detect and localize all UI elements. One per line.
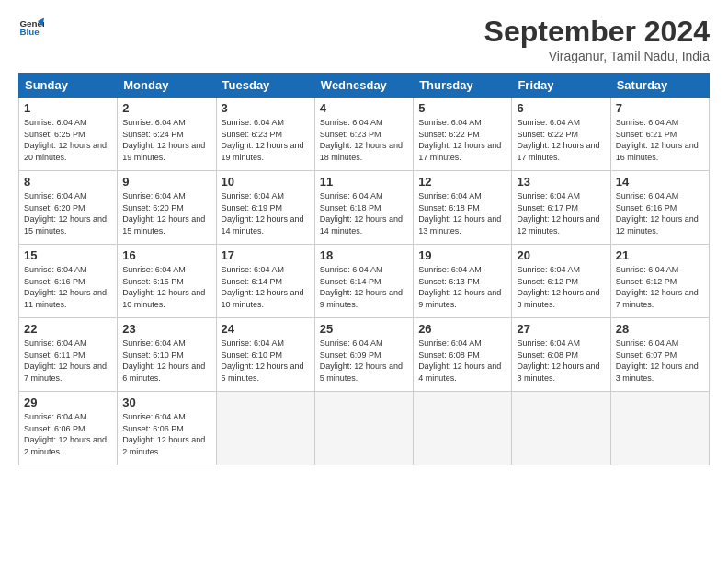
day-number: 25 [320, 322, 408, 336]
calendar-table: Sunday Monday Tuesday Wednesday Thursday… [18, 73, 710, 465]
table-row: 17Sunrise: 6:04 AMSunset: 6:14 PMDayligh… [216, 245, 314, 318]
day-number: 23 [122, 322, 210, 336]
day-number: 27 [517, 322, 605, 336]
table-row: 4Sunrise: 6:04 AMSunset: 6:23 PMDaylight… [314, 98, 413, 171]
col-saturday: Saturday [610, 74, 709, 98]
table-row: 1Sunrise: 6:04 AMSunset: 6:25 PMDaylight… [19, 98, 118, 171]
calendar-row: 22Sunrise: 6:04 AMSunset: 6:11 PMDayligh… [19, 318, 710, 392]
cell-details: Sunrise: 6:04 AMSunset: 6:07 PMDaylight:… [616, 339, 699, 383]
table-row: 5Sunrise: 6:04 AMSunset: 6:22 PMDaylight… [414, 98, 512, 171]
table-row [314, 392, 413, 465]
day-number: 16 [122, 248, 210, 262]
table-row [216, 392, 314, 465]
day-number: 6 [517, 101, 605, 115]
cell-details: Sunrise: 6:04 AMSunset: 6:21 PMDaylight:… [616, 118, 699, 162]
table-row: 25Sunrise: 6:04 AMSunset: 6:09 PMDayligh… [314, 318, 413, 392]
col-thursday: Thursday [414, 74, 512, 98]
table-row: 19Sunrise: 6:04 AMSunset: 6:13 PMDayligh… [414, 245, 512, 318]
day-number: 21 [616, 248, 704, 262]
title-block: September 2024 Viraganur, Tamil Nadu, In… [484, 15, 710, 63]
col-tuesday: Tuesday [216, 74, 314, 98]
day-number: 15 [24, 248, 112, 262]
calendar-header-row: Sunday Monday Tuesday Wednesday Thursday… [19, 74, 710, 98]
table-row: 10Sunrise: 6:04 AMSunset: 6:19 PMDayligh… [216, 171, 314, 245]
table-row: 21Sunrise: 6:04 AMSunset: 6:12 PMDayligh… [610, 245, 709, 318]
day-number: 19 [418, 248, 506, 262]
table-row: 26Sunrise: 6:04 AMSunset: 6:08 PMDayligh… [414, 318, 512, 392]
cell-details: Sunrise: 6:04 AMSunset: 6:09 PMDaylight:… [320, 339, 403, 383]
table-row: 30Sunrise: 6:04 AMSunset: 6:06 PMDayligh… [118, 392, 216, 465]
cell-details: Sunrise: 6:04 AMSunset: 6:25 PMDaylight:… [24, 118, 107, 162]
cell-details: Sunrise: 6:04 AMSunset: 6:16 PMDaylight:… [616, 191, 699, 236]
cell-details: Sunrise: 6:04 AMSunset: 6:10 PMDaylight:… [122, 339, 205, 383]
table-row: 22Sunrise: 6:04 AMSunset: 6:11 PMDayligh… [19, 318, 118, 392]
day-number: 1 [24, 101, 112, 115]
cell-details: Sunrise: 6:04 AMSunset: 6:20 PMDaylight:… [122, 191, 205, 236]
day-number: 20 [517, 248, 605, 262]
cell-details: Sunrise: 6:04 AMSunset: 6:10 PMDaylight:… [222, 339, 304, 383]
table-row: 6Sunrise: 6:04 AMSunset: 6:22 PMDaylight… [512, 98, 610, 171]
cell-details: Sunrise: 6:04 AMSunset: 6:08 PMDaylight:… [418, 339, 501, 383]
table-row: 24Sunrise: 6:04 AMSunset: 6:10 PMDayligh… [216, 318, 314, 392]
cell-details: Sunrise: 6:04 AMSunset: 6:12 PMDaylight:… [517, 265, 599, 309]
day-number: 24 [222, 322, 310, 336]
cell-details: Sunrise: 6:04 AMSunset: 6:17 PMDaylight:… [517, 191, 599, 236]
day-number: 26 [418, 322, 506, 336]
logo-icon: General Blue [18, 15, 44, 40]
cell-details: Sunrise: 6:04 AMSunset: 6:23 PMDaylight:… [320, 118, 403, 162]
table-row: 13Sunrise: 6:04 AMSunset: 6:17 PMDayligh… [512, 171, 610, 245]
table-row: 28Sunrise: 6:04 AMSunset: 6:07 PMDayligh… [610, 318, 709, 392]
table-row: 14Sunrise: 6:04 AMSunset: 6:16 PMDayligh… [610, 171, 709, 245]
calendar-row: 8Sunrise: 6:04 AMSunset: 6:20 PMDaylight… [19, 171, 710, 245]
svg-text:Blue: Blue [19, 27, 40, 37]
cell-details: Sunrise: 6:04 AMSunset: 6:22 PMDaylight:… [418, 118, 501, 162]
day-number: 22 [24, 322, 112, 336]
cell-details: Sunrise: 6:04 AMSunset: 6:18 PMDaylight:… [320, 191, 403, 236]
cell-details: Sunrise: 6:04 AMSunset: 6:06 PMDaylight:… [24, 412, 107, 456]
header: General Blue September 2024 Viraganur, T… [18, 15, 710, 63]
day-number: 13 [517, 175, 605, 189]
table-row [512, 392, 610, 465]
cell-details: Sunrise: 6:04 AMSunset: 6:08 PMDaylight:… [517, 339, 599, 383]
day-number: 18 [320, 248, 408, 262]
table-row: 2Sunrise: 6:04 AMSunset: 6:24 PMDaylight… [118, 98, 216, 171]
day-number: 30 [122, 396, 210, 409]
cell-details: Sunrise: 6:04 AMSunset: 6:16 PMDaylight:… [24, 265, 107, 309]
table-row: 20Sunrise: 6:04 AMSunset: 6:12 PMDayligh… [512, 245, 610, 318]
subtitle: Viraganur, Tamil Nadu, India [484, 49, 710, 63]
table-row: 16Sunrise: 6:04 AMSunset: 6:15 PMDayligh… [118, 245, 216, 318]
day-number: 17 [222, 248, 310, 262]
table-row: 12Sunrise: 6:04 AMSunset: 6:18 PMDayligh… [414, 171, 512, 245]
day-number: 14 [616, 175, 704, 189]
col-friday: Friday [512, 74, 610, 98]
day-number: 11 [320, 175, 408, 189]
calendar-row: 15Sunrise: 6:04 AMSunset: 6:16 PMDayligh… [19, 245, 710, 318]
cell-details: Sunrise: 6:04 AMSunset: 6:14 PMDaylight:… [222, 265, 304, 309]
day-number: 7 [616, 101, 704, 115]
day-number: 9 [122, 175, 210, 189]
calendar-row: 1Sunrise: 6:04 AMSunset: 6:25 PMDaylight… [19, 98, 710, 171]
col-monday: Monday [118, 74, 216, 98]
cell-details: Sunrise: 6:04 AMSunset: 6:13 PMDaylight:… [418, 265, 501, 309]
cell-details: Sunrise: 6:04 AMSunset: 6:23 PMDaylight:… [222, 118, 304, 162]
table-row [414, 392, 512, 465]
day-number: 3 [222, 101, 310, 115]
table-row: 11Sunrise: 6:04 AMSunset: 6:18 PMDayligh… [314, 171, 413, 245]
day-number: 10 [222, 175, 310, 189]
cell-details: Sunrise: 6:04 AMSunset: 6:19 PMDaylight:… [222, 191, 304, 236]
table-row: 3Sunrise: 6:04 AMSunset: 6:23 PMDaylight… [216, 98, 314, 171]
cell-details: Sunrise: 6:04 AMSunset: 6:11 PMDaylight:… [24, 339, 107, 383]
cell-details: Sunrise: 6:04 AMSunset: 6:18 PMDaylight:… [418, 191, 501, 236]
day-number: 2 [122, 101, 210, 115]
cell-details: Sunrise: 6:04 AMSunset: 6:15 PMDaylight:… [122, 265, 205, 309]
table-row: 23Sunrise: 6:04 AMSunset: 6:10 PMDayligh… [118, 318, 216, 392]
day-number: 12 [418, 175, 506, 189]
col-sunday: Sunday [19, 74, 118, 98]
logo: General Blue [18, 15, 44, 40]
cell-details: Sunrise: 6:04 AMSunset: 6:24 PMDaylight:… [122, 118, 205, 162]
day-number: 4 [320, 101, 408, 115]
table-row: 27Sunrise: 6:04 AMSunset: 6:08 PMDayligh… [512, 318, 610, 392]
col-wednesday: Wednesday [314, 74, 413, 98]
table-row: 29Sunrise: 6:04 AMSunset: 6:06 PMDayligh… [19, 392, 118, 465]
table-row: 7Sunrise: 6:04 AMSunset: 6:21 PMDaylight… [610, 98, 709, 171]
